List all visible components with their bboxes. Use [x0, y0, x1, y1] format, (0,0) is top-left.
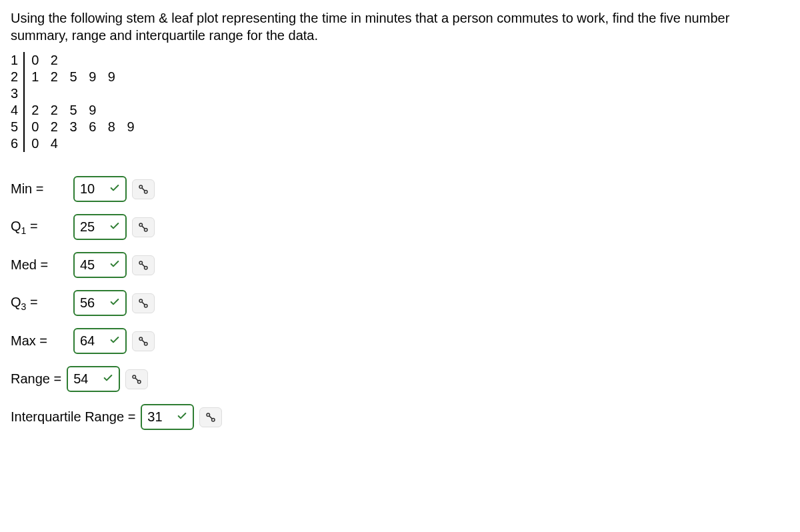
check-icon [109, 219, 120, 235]
stem-cell: 2 [11, 69, 24, 85]
q3-input[interactable]: 56 [73, 290, 127, 316]
svg-line-8 [142, 264, 145, 267]
med-label: Med = [11, 257, 68, 273]
range-label: Range = [11, 371, 61, 387]
leaf-cell: 1 2 5 9 9 [24, 69, 139, 85]
range-input[interactable]: 54 [67, 366, 120, 392]
answer-row-med: Med = 45 [11, 252, 789, 278]
q1-label: Q1 = [11, 219, 68, 236]
format-button[interactable] [132, 255, 155, 275]
max-label: Max = [11, 333, 68, 349]
min-label: Min = [11, 181, 68, 197]
stemleaf-row: 10 2 [11, 52, 139, 69]
q1-value: 25 [80, 219, 95, 235]
format-button[interactable] [132, 331, 155, 351]
max-input[interactable]: 64 [73, 328, 127, 354]
answer-row-q3: Q3 = 56 [11, 290, 789, 316]
stem-cell: 5 [11, 119, 24, 135]
stemleaf-row: 60 4 [11, 135, 139, 152]
svg-line-5 [142, 226, 145, 229]
format-button[interactable] [132, 179, 155, 199]
stem-cell: 6 [11, 135, 24, 152]
svg-line-20 [209, 416, 212, 419]
format-button[interactable] [132, 217, 155, 237]
svg-line-17 [135, 378, 138, 381]
stemleaf-row: 50 2 3 6 8 9 [11, 119, 139, 135]
min-value: 10 [80, 181, 95, 197]
format-button[interactable] [199, 407, 222, 427]
range-value: 54 [73, 371, 88, 387]
format-button[interactable] [132, 293, 155, 313]
iqr-input[interactable]: 31 [141, 404, 194, 430]
format-button[interactable] [125, 369, 148, 389]
stem-cell: 3 [11, 85, 24, 102]
check-icon [177, 409, 187, 425]
svg-line-11 [142, 302, 145, 305]
stemleaf-row: 21 2 5 9 9 [11, 69, 139, 85]
iqr-value: 31 [147, 409, 162, 425]
stemleaf-row: 42 2 5 9 [11, 102, 139, 119]
q1-input[interactable]: 25 [73, 214, 127, 240]
min-input[interactable]: 10 [73, 176, 127, 202]
check-icon [103, 371, 113, 387]
answer-row-q1: Q1 = 25 [11, 214, 789, 240]
stem-cell: 4 [11, 102, 24, 119]
check-icon [109, 257, 120, 273]
leaf-cell [24, 85, 139, 102]
stem-leaf-plot: 10 2 21 2 5 9 9 3 42 2 5 9 50 2 3 6 8 9 … [11, 52, 139, 152]
leaf-cell: 0 2 3 6 8 9 [24, 119, 139, 135]
answer-row-max: Max = 64 [11, 328, 789, 354]
q3-label: Q3 = [11, 295, 68, 312]
check-icon [109, 333, 120, 349]
svg-line-14 [142, 340, 145, 343]
leaf-cell: 0 4 [24, 135, 139, 152]
med-input[interactable]: 45 [73, 252, 127, 278]
answers-block: Min = 10 Q1 = 25 Med = 45 Q3 = 56 Max = [11, 176, 789, 430]
max-value: 64 [80, 333, 95, 349]
answer-row-min: Min = 10 [11, 176, 789, 202]
question-text: Using the following stem & leaf plot rep… [11, 9, 789, 44]
stemleaf-row: 3 [11, 85, 139, 102]
check-icon [109, 295, 120, 311]
leaf-cell: 2 2 5 9 [24, 102, 139, 119]
med-value: 45 [80, 257, 95, 273]
q3-value: 56 [80, 295, 95, 311]
answer-row-iqr: Interquartile Range = 31 [11, 404, 789, 430]
leaf-cell: 0 2 [24, 52, 139, 69]
check-icon [109, 181, 120, 197]
answer-row-range: Range = 54 [11, 366, 789, 392]
svg-line-2 [142, 188, 145, 191]
iqr-label: Interquartile Range = [11, 409, 135, 425]
stem-cell: 1 [11, 52, 24, 69]
